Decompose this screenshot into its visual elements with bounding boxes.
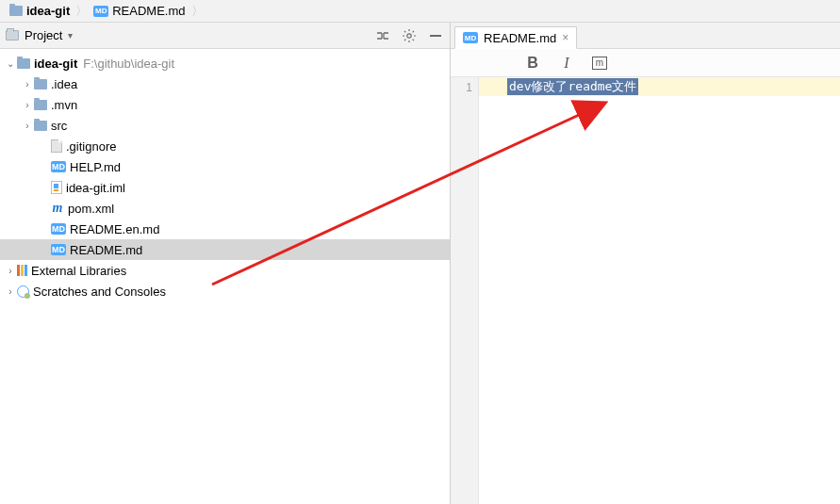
tree-folder-idea[interactable]: › .idea: [0, 73, 450, 94]
tree-root[interactable]: ⌄ idea-git F:\github\idea-git: [0, 53, 450, 73]
scratches-icon: [17, 285, 29, 298]
markdown-icon: MD: [463, 32, 478, 43]
maven-icon: m: [51, 202, 64, 215]
chevron-down-icon[interactable]: ▾: [68, 30, 73, 41]
tree-folder-mvn[interactable]: › .mvn: [0, 94, 450, 115]
tree-item-label: pom.xml: [64, 202, 114, 216]
chevron-right-icon[interactable]: ›: [21, 100, 34, 110]
hide-icon[interactable]: [427, 27, 444, 44]
tree-root-label: idea-git: [30, 57, 77, 71]
editor-tab-readme[interactable]: MD README.md ×: [454, 26, 577, 49]
file-icon: [51, 139, 62, 153]
tree-item-label: idea-git.iml: [62, 181, 125, 195]
tree-item-label: Scratches and Consoles: [29, 285, 166, 299]
tree-file-gitignore[interactable]: · .gitignore: [0, 136, 450, 156]
chevron-down-icon[interactable]: ⌄: [4, 58, 17, 69]
editor-content[interactable]: dev修改了readme文件: [479, 77, 840, 504]
editor[interactable]: 1 dev修改了readme文件: [451, 77, 840, 504]
tree-scratches[interactable]: › Scratches and Consoles: [0, 281, 450, 301]
tree-item-label: HELP.md: [66, 160, 121, 174]
editor-area: MD README.md × B I m 1 dev修改了readme文件: [451, 23, 840, 504]
folder-icon: [9, 6, 23, 16]
svg-rect-1: [430, 35, 441, 37]
markdown-icon: MD: [93, 6, 108, 17]
editor-gutter: 1: [451, 77, 479, 504]
tree-item-label: README.md: [66, 243, 142, 257]
breadcrumb-file-label: README.md: [112, 4, 185, 18]
markdown-icon: MD: [51, 161, 66, 172]
project-pane-header: Project ▾: [0, 23, 450, 49]
gear-icon[interactable]: [401, 27, 418, 44]
editor-line-1[interactable]: dev修改了readme文件: [479, 77, 840, 96]
editor-tabs: MD README.md ×: [451, 23, 840, 49]
project-tool-window: Project ▾ ⌄ idea-git F:\: [0, 23, 451, 504]
external-libraries-icon: [17, 265, 27, 276]
tree-root-path: F:\github\idea-git: [77, 57, 174, 71]
tree-file-pom[interactable]: · m pom.xml: [0, 198, 450, 219]
chevron-right-icon[interactable]: ›: [4, 266, 17, 276]
chevron-right-icon[interactable]: ›: [21, 79, 34, 89]
tab-label: README.md: [484, 31, 556, 45]
tree-item-label: README.en.md: [66, 222, 159, 236]
markdown-toolbar: B I m: [451, 49, 840, 77]
tree-item-label: External Libraries: [27, 264, 126, 278]
project-view-icon: [6, 30, 19, 41]
chevron-right-icon[interactable]: ›: [21, 121, 34, 131]
breadcrumb-separator: 〉: [74, 3, 90, 20]
markdown-icon: MD: [51, 223, 66, 235]
module-icon: [17, 58, 30, 69]
tree-file-readme[interactable]: · MD README.md: [0, 239, 450, 260]
tree-file-help[interactable]: · MD HELP.md: [0, 156, 450, 177]
folder-icon: [34, 79, 47, 89]
italic-button[interactable]: I: [558, 55, 575, 72]
tree-file-readme-en[interactable]: · MD README.en.md: [0, 219, 450, 239]
tree-item-label: src: [47, 119, 67, 133]
svg-point-0: [407, 33, 411, 37]
selected-text: dev修改了readme文件: [507, 78, 638, 95]
iml-icon: [51, 181, 62, 194]
line-number: 1: [451, 81, 472, 94]
select-opened-file-icon[interactable]: [374, 27, 391, 44]
breadcrumb: idea-git 〉 MD README.md 〉: [0, 0, 840, 23]
folder-icon: [34, 121, 47, 131]
markdown-icon: MD: [51, 244, 66, 255]
bold-button[interactable]: B: [524, 55, 541, 72]
tree-folder-src[interactable]: › src: [0, 115, 450, 136]
tree-item-label: .gitignore: [62, 139, 116, 154]
breadcrumb-separator: 〉: [189, 3, 206, 20]
code-span-button[interactable]: m: [592, 57, 607, 70]
tree-file-iml[interactable]: · idea-git.iml: [0, 177, 450, 198]
tree-item-label: .idea: [47, 77, 77, 91]
breadcrumb-file[interactable]: MD README.md: [90, 4, 189, 18]
tree-external-libraries[interactable]: › External Libraries: [0, 260, 450, 281]
close-icon[interactable]: ×: [562, 31, 568, 44]
breadcrumb-project[interactable]: idea-git: [6, 4, 74, 18]
tree-item-label: .mvn: [47, 98, 77, 112]
breadcrumb-project-label: idea-git: [26, 4, 70, 18]
chevron-right-icon[interactable]: ›: [4, 286, 17, 297]
project-tree[interactable]: ⌄ idea-git F:\github\idea-git › .idea › …: [0, 49, 450, 504]
folder-icon: [34, 100, 47, 110]
project-pane-title[interactable]: Project: [25, 28, 62, 42]
